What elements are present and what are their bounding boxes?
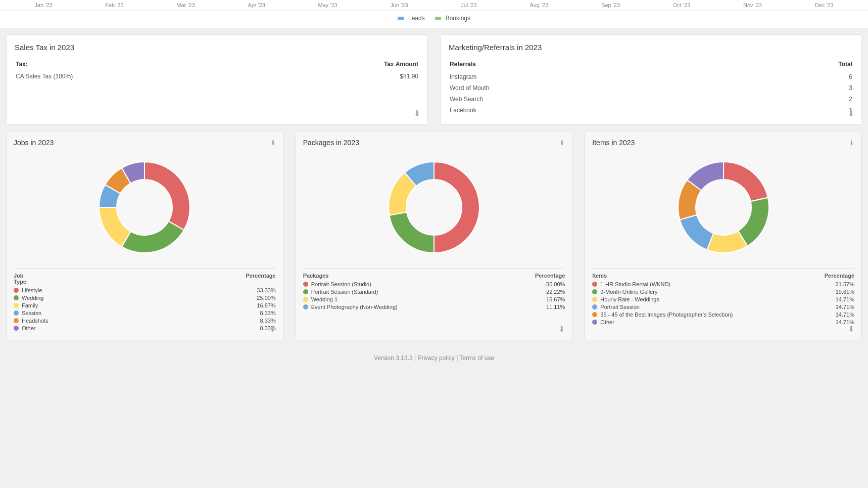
legend-color-dot [303,297,308,302]
donut-charts-row: Jobs in 2023 ⬇ Job Type Percentage Lifes… [0,131,868,340]
marketing-title: Marketing/Referrals in 2023 [449,43,853,52]
svg-point-4 [697,181,750,234]
legend-item-pct: 8.33% [251,318,276,324]
legend-left: Portrait Session (Standard) [303,289,540,295]
items-legend-table: Items Percentage 1-HR Studio Rental (WKN… [592,268,854,325]
legend-row: Event Photography (Non-Wedding) 11.11% [303,304,565,310]
items-chart-download-icon[interactable]: ⬇ [848,324,854,334]
legend-color-dot [592,312,597,317]
legend-row: Other 14.71% [592,319,854,325]
svg-rect-0 [398,17,404,20]
legend-left: Event Photography (Non-Wedding) [303,304,540,310]
packages-download-icon[interactable]: ⬇ [559,139,565,147]
jobs-download-icon[interactable]: ⬇ [270,139,276,147]
referral-name: Instagram [450,72,746,82]
legend-color-dot [303,282,308,287]
tax-amount: $81.90 [268,72,418,81]
marketing-row: Word of Mouth3 [450,83,852,93]
jobs-legend-table: Job Type Percentage Lifestyle 33.33% Wed… [14,268,276,331]
sales-tax-row: CA Sales Tax (100%)$81.90 [16,72,418,81]
sales-tax-table: Tax: Tax Amount CA Sales Tax (100%)$81.9… [15,60,419,82]
referral-total: 3 [747,83,852,93]
marketing-row: Facebook1 [450,105,852,115]
legend-item-pct: 33.33% [251,287,276,293]
legend-item-pct: 8.33% [251,310,276,316]
legend-left: Portrait Session [592,304,829,310]
leads-legend-label: Leads [408,15,425,22]
total-col-header: Total [747,61,852,71]
top-panels-row: Sales Tax in 2023 Tax: Tax Amount CA Sal… [0,28,868,131]
legend-item-label: Wedding 1 [311,296,337,302]
legend-color-dot [592,297,597,302]
legend-item-pct: 22.22% [540,289,565,295]
month-label: Dec '23 [815,2,834,8]
legend-item-pct: 14.71% [829,296,854,302]
bookings-legend-icon [435,15,443,21]
legend-item-label: Family [22,302,38,308]
packages-legend-header: Packages Percentage [303,273,565,279]
items-donut-container [592,152,854,263]
marketing-row: Instagram6 [450,72,852,82]
legend-left: Other [14,325,251,331]
packages-chart-title: Packages in 2023 [303,139,359,147]
legend-item-pct: 50.00% [540,281,565,287]
legend-item-pct: 16.67% [540,296,565,302]
items-download-icon[interactable]: ⬇ [849,139,854,147]
legend-color-dot [303,289,308,294]
legend-item-label: Portrait Session (Studio) [311,281,371,287]
items-legend-header: Items Percentage [592,273,854,279]
legend-left: Session [14,310,251,316]
referral-name: Web Search [450,94,746,104]
referrals-col-header: Referrals [450,61,746,71]
legend-row: 9-Month Online Gallery 19.61% [592,289,854,295]
svg-point-3 [407,181,461,234]
legend-color-dot [592,304,597,309]
packages-legend-table: Packages Percentage Portrait Session (St… [303,268,565,310]
legend-item-label: Lifestyle [22,287,42,293]
legend-item-label: 1-HR Studio Rental (WKND) [600,281,670,287]
legend-left: 35 - 45 of the Best Images (Photographer… [592,312,829,318]
legend-row: Hourly Rate - Weddings 14.71% [592,296,854,302]
items-chart-title: Items in 2023 [592,139,635,147]
month-label: Feb '23 [105,2,123,8]
legend-row: Headshots 8.33% [14,318,276,324]
legend-item-label: Event Photography (Non-Wedding) [311,304,398,310]
legend-color-dot [14,310,19,316]
legend-color-dot [14,288,19,293]
items-chart-header: Items in 2023 ⬇ [592,139,854,147]
sales-tax-download-icon[interactable]: ⬇ [414,109,420,118]
referral-total: 1 [747,105,852,115]
legend-item-pct: 11.11% [540,304,565,310]
month-label: Apr '23 [248,2,265,8]
legend-row: Portrait Session (Standard) 22.22% [303,289,565,295]
marketing-download-icon[interactable]: ⬇ [848,109,854,118]
legend-left: 1-HR Studio Rental (WKND) [592,281,829,287]
packages-donut-container [303,152,565,263]
legend-item-label: 9-Month Online Gallery [600,289,657,295]
referral-total: 2 [747,94,852,104]
jobs-chart-download-icon[interactable]: ⬇ [269,324,276,334]
legend-item-label: Wedding [22,295,43,301]
packages-chart-header: Packages in 2023 ⬇ [303,139,565,147]
month-label: Nov '23 [743,2,762,8]
legend-left: Lifestyle [14,287,251,293]
legend-item-pct: 14.71% [829,304,854,310]
legend-color-dot [592,320,597,325]
legend-left: Wedding [14,295,251,301]
legend-left: Portrait Session (Studio) [303,281,540,287]
month-label: Jan '23 [34,2,52,8]
referral-total: 6 [747,72,852,82]
svg-point-2 [118,181,171,234]
legend-row: 1-HR Studio Rental (WKND) 21.57% [592,281,854,287]
jobs-donut-container [14,152,276,263]
legend-item-label: Hourly Rate - Weddings [600,296,659,302]
legend-left: Other [592,319,829,325]
items-donut-chart [668,152,779,263]
legend-left: 9-Month Online Gallery [592,289,829,295]
legend-row: Wedding 1 16.67% [303,296,565,302]
legend-left: Family [14,302,251,308]
amount-col-header: Tax Amount [268,61,418,71]
marketing-row: Web Search2 [450,94,852,104]
packages-chart-download-icon[interactable]: ⬇ [558,324,565,334]
chart-legend: Leads Bookings [0,11,868,28]
